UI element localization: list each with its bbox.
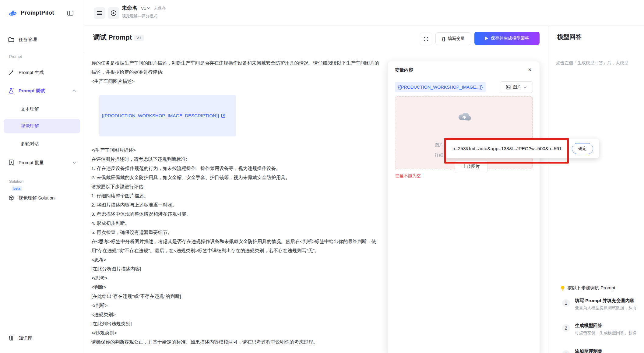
sidebar-item-prompt-generate[interactable]: Prompt 生成 — [4, 66, 80, 79]
beta-badge: beta — [12, 186, 22, 191]
fill-variables-label: 填写变量 — [448, 36, 465, 41]
prompt-line: 1. 存在违反设备操作规范的行为，如未按流程操作、操作禁用设备等，视为违规操作设… — [91, 164, 383, 173]
prompt-line: </违规类别> — [91, 328, 383, 337]
prompt-line: </思考> — [91, 274, 383, 283]
app-window: PromptPilot 任务管理 Prompt Prompt 生成 Prompt… — [0, 0, 644, 353]
variable-type-label: 图片 — [513, 84, 521, 90]
promptpilot-logo-icon — [8, 8, 18, 18]
debug-steps-title: 按以下步骤调试 Prompt: — [567, 285, 617, 291]
prompt-line: {{PRODUCTION_WORKSHOP_IMAGE_DESCRIPTION}… — [91, 86, 383, 146]
prompt-line: [在此列出违规类别] — [91, 319, 383, 328]
top-bar: 未命名 V1 未保存 视觉理解—评分模式 — [84, 0, 644, 26]
sidebar-item-prompt-batch[interactable]: Prompt 批量 — [4, 156, 80, 169]
new-document-button[interactable] — [108, 7, 119, 19]
sidebar-item-label: Prompt 调试 — [19, 88, 45, 94]
prompt-line: 请按照以下步骤进行评估: — [91, 182, 383, 191]
image-icon — [506, 85, 511, 90]
close-icon[interactable]: ✕ — [526, 66, 533, 73]
upload-image-label: 上传图片 — [463, 164, 480, 169]
chevron-up-icon — [72, 90, 76, 92]
version-label: V1 — [141, 6, 146, 11]
document-title: 未命名 — [122, 5, 137, 12]
sidebar-item-label: 任务管理 — [19, 37, 37, 43]
sparkle-icon — [423, 36, 429, 42]
confirm-label: 确定 — [578, 146, 587, 151]
variables-popup-title: 变量内容 — [395, 67, 413, 73]
step-title: 生成模型回答 — [575, 323, 644, 329]
prompt-line: 1. 仔细阅读整个图片描述。 — [91, 191, 383, 200]
sidebar-subitem-multi-turn[interactable]: 多轮对话 — [4, 137, 80, 150]
step-3-number: 3 — [562, 350, 570, 353]
prompt-editor[interactable]: 你的任务是根据生产车间的图片描述，判断生产车间是否存在违规操作设备和未佩戴安全防… — [91, 58, 383, 353]
prompt-line: 4. 形成初步判断。 — [91, 219, 383, 228]
flask-icon — [8, 87, 15, 94]
hamburger-menu-button[interactable] — [94, 7, 105, 19]
occluded-image-detail-label: 图片 详细 — [428, 139, 443, 160]
cloud-upload-icon — [457, 110, 472, 122]
variable-error-message: 变量不能为空 — [395, 173, 421, 179]
save-and-generate-button[interactable]: 保存并生成模型回答 — [474, 32, 540, 45]
step-2-number: 2 — [562, 324, 570, 332]
variable-chip[interactable]: {{PRODUCTION_WORKSHOP_IMAGE_DESCRIPTION}… — [99, 95, 236, 136]
save-and-generate-label: 保存并生成模型回答 — [491, 36, 529, 41]
sidebar-item-label: 知识库 — [19, 335, 32, 341]
sidebar-item-prompt-debug[interactable]: Prompt 调试 — [4, 84, 80, 97]
sidebar-item-label: Prompt 生成 — [19, 70, 44, 76]
sidebar-subitem-label: 多轮对话 — [21, 141, 39, 147]
step-3: 添加至评测集 — [575, 348, 644, 353]
sidebar-collapse-icon[interactable] — [66, 9, 75, 17]
prompt-line: 请确保你的判断客观公正，并基于给定的标准。如果描述内容模棱两可，请在思考过程中说… — [91, 337, 383, 347]
prompt-line: 5. 再次检查，确保没有遗漏重要细节。 — [91, 228, 383, 237]
magic-wand-icon — [8, 69, 15, 76]
books-icon — [8, 335, 15, 341]
sidebar-subitem-text-understanding[interactable]: 文本理解 — [4, 102, 80, 116]
variable-type-dropdown[interactable]: 图片 — [500, 81, 533, 93]
bookmark-star-icon — [8, 159, 15, 166]
version-badge: V1 — [134, 35, 144, 41]
step-2: 生成模型回答 可点击左侧「生成模型回答」获得 — [575, 323, 644, 336]
variables-popup: 变量内容 ✕ {{PRODUCTION_WORKSHOP_IMAGE...}} … — [387, 61, 540, 353]
version-selector[interactable]: V1 — [141, 6, 150, 11]
braces-icon: {} — [442, 36, 445, 41]
prompt-line: </生产车间图片描述> — [91, 146, 383, 155]
sidebar-section-solution: Solution — [9, 179, 23, 184]
prompt-line: </判断> — [91, 301, 383, 310]
chevron-down-icon — [72, 161, 76, 164]
step-1: 填写 Prompt 并填充变量内容 变量为大模型提供测试数据，从而 — [575, 298, 644, 311]
expand-icon — [221, 95, 234, 136]
prompt-line: 2. 将图片描述内容与上述标准逐一对照。 — [91, 200, 383, 210]
page-title: 调试 Prompt — [93, 33, 132, 42]
model-answer-hint: 点击左侧「生成模型回答」后，大模型 — [556, 60, 644, 66]
debug-steps-header: 按以下步骤调试 Prompt: — [560, 285, 617, 291]
prompt-line: <判断> — [91, 283, 383, 292]
document-mode: 视觉理解—评分模式 — [122, 13, 157, 19]
image-url-input[interactable]: n=253&fmt=auto&app=138&f=JPEG?w=500&h=56… — [452, 146, 565, 151]
sidebar-subitem-label: 文本理解 — [21, 106, 39, 112]
upload-image-button[interactable]: 上传图片 — [455, 160, 487, 173]
sidebar-item-visual-solution[interactable]: 视觉理解 Solution — [4, 191, 80, 205]
sidebar-subitem-visual-understanding[interactable]: 视觉理解 — [4, 119, 80, 133]
plus-circle-icon — [111, 10, 117, 16]
sidebar-item-knowledge-base[interactable]: 知识库 — [4, 331, 80, 345]
step-desc: 可点击左侧「生成模型回答」获得 — [575, 330, 644, 336]
confirm-button[interactable]: 确定 — [572, 143, 593, 154]
step-title: 填写 Prompt 并填充变量内容 — [575, 298, 644, 304]
sidebar-item-task-management[interactable]: 任务管理 — [4, 33, 80, 46]
step-title: 添加至评测集 — [575, 348, 644, 353]
cube-icon — [8, 195, 15, 201]
ai-optimize-button[interactable] — [420, 33, 432, 45]
popup-variable-chip[interactable]: {{PRODUCTION_WORKSHOP_IMAGE...}} — [395, 82, 486, 92]
bulb-icon — [560, 285, 565, 291]
folder-icon — [8, 36, 15, 43]
app-title: PromptPilot — [21, 9, 54, 16]
step-1-number: 1 — [562, 299, 570, 307]
prompt-line: 3. 考虑描述中体现的整体情况和潜在违规可能。 — [91, 210, 383, 219]
play-icon — [485, 36, 488, 41]
sidebar-subitem-label: 视觉理解 — [21, 123, 39, 129]
prompt-line: [在此分析图片描述内容] — [91, 264, 383, 274]
fill-variables-button[interactable]: {} 填写变量 — [435, 32, 471, 45]
prompt-line: 在<思考>标签中分析图片描述，考虑其是否存在违规操作设备和未佩戴安全防护用具的情… — [91, 237, 383, 255]
prompt-line: 在评估图片描述时，请考虑以下违规判断标准: — [91, 155, 383, 164]
prompt-line: <思考> — [91, 255, 383, 264]
step-desc: 变量为大模型提供测试数据，从而 — [575, 305, 644, 311]
